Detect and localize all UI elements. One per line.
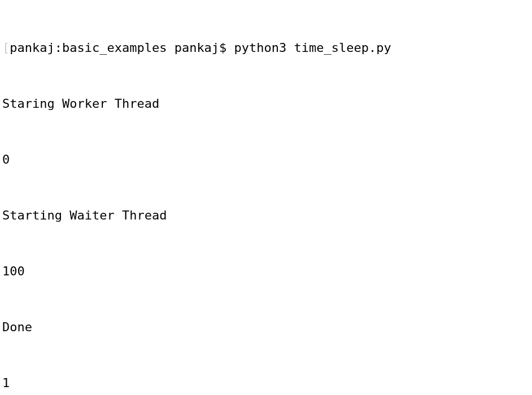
- terminal-line: Done: [2, 318, 530, 336]
- terminal-line: Starting Waiter Thread: [2, 206, 530, 225]
- terminal-line: Staring Worker Thread: [2, 94, 530, 113]
- terminal-line: 1: [2, 374, 530, 392]
- prompt-bracket: [: [2, 41, 10, 55]
- terminal-line-prompt: [pankaj:basic_examples pankaj$ python3 t…: [2, 38, 530, 57]
- prompt-text: pankaj:basic_examples pankaj$: [10, 41, 234, 55]
- terminal-line: 0: [2, 150, 530, 169]
- terminal-output[interactable]: [pankaj:basic_examples pankaj$ python3 t…: [2, 1, 530, 395]
- command-text: python3 time_sleep.py: [234, 41, 391, 55]
- terminal-line: 100: [2, 262, 530, 280]
